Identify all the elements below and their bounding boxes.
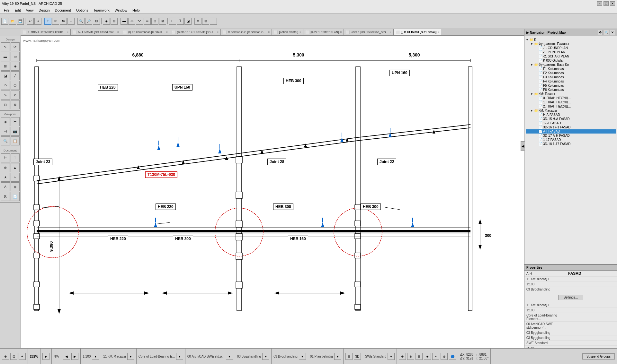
sb-snap-btn[interactable]: ⊕ xyxy=(2,353,9,360)
sb-prev-btn[interactable]: ◀ xyxy=(63,353,70,360)
menu-document[interactable]: Document xyxy=(52,8,74,13)
tab-close-5[interactable]: × xyxy=(268,30,270,34)
tree-item-f3[interactable]: 📄 F3 Kolumnbas xyxy=(526,75,616,79)
sb-tool4[interactable]: ◈ xyxy=(424,353,431,360)
object-tool[interactable]: ◈ xyxy=(11,62,20,71)
tree-folder-km-plany[interactable]: ▼ 📁 КМ: Планы xyxy=(526,92,616,96)
tree-folder-fundament-baza[interactable]: ▼ 📁 Фундамент: База Ко xyxy=(526,63,616,67)
sb-core-dropdown[interactable]: ▼ xyxy=(176,353,183,360)
tab-d01-detail[interactable]: ⬜ (I) D 01 Detail [D 01 Detail] × xyxy=(394,29,442,35)
tree-item-plan0[interactable]: 📄 0. ПЛАН НЕСУЩ... xyxy=(526,96,616,100)
doc-revision[interactable]: ℝ xyxy=(1,192,10,201)
doc-detail2[interactable]: ⊠ xyxy=(11,182,20,191)
menu-options[interactable]: Options xyxy=(74,8,91,13)
tab-close-8[interactable]: × xyxy=(390,30,391,34)
doc-dim[interactable]: ⊢ xyxy=(1,153,10,162)
menu-edit[interactable]: Edit xyxy=(12,8,23,13)
tb-3d[interactable]: ◈ xyxy=(103,18,110,25)
view-elevation[interactable]: ⊣ xyxy=(1,127,10,136)
arrow-tool[interactable]: ↖ xyxy=(1,42,10,51)
tab-fasad-ah[interactable]: ⬜ А-Н FASAD [NO Fasad mot... × xyxy=(71,29,121,35)
sb-2d-btn[interactable]: ⊟ xyxy=(345,353,353,360)
sb-next-btn[interactable]: ▶ xyxy=(71,353,78,360)
main-canvas[interactable]: www.nairisargsyan.com 6,880 5,300 5,300 … xyxy=(21,36,524,348)
tab-close-2[interactable]: × xyxy=(117,30,119,34)
doc-pdf[interactable]: 📄 xyxy=(11,192,20,201)
panel-collapse-arrow[interactable]: ◀ xyxy=(521,141,525,151)
tb-dim[interactable]: ⊢ xyxy=(169,18,176,25)
tab-f6-kolumnbas[interactable]: ⬜ (I) F6 Kolumnbas [K 004 K... × xyxy=(121,29,170,35)
sb-zoom-fit-btn[interactable]: ⊡ xyxy=(10,353,17,360)
tree-item-3d16[interactable]: 📄 3D-16 17-1 FASAD xyxy=(526,125,616,129)
tb-mirror[interactable]: ⇋ xyxy=(60,18,67,25)
hatch-tool[interactable]: ⊘ xyxy=(11,91,20,100)
nav-icon-close[interactable]: ✕ xyxy=(610,30,615,35)
settings-button[interactable]: Settings... xyxy=(558,295,583,300)
mesh-tool[interactable]: ⊞ xyxy=(1,62,10,71)
maximize-button[interactable]: □ xyxy=(604,1,609,6)
menu-design[interactable]: Design xyxy=(36,8,52,13)
tab-close-6[interactable]: × xyxy=(300,30,301,34)
tree-folder-km-fasady[interactable]: ▼ 📁 КМ: Фасады xyxy=(526,108,616,113)
tb-window[interactable]: ⊠ xyxy=(159,18,166,25)
menu-file[interactable]: File xyxy=(1,8,12,13)
tree-item-plan2[interactable]: 📄 2. ПЛАН НЕСУЩ... xyxy=(526,104,616,108)
wall-tool[interactable]: ▬ xyxy=(1,52,10,61)
poly-tool[interactable]: ⬡ xyxy=(11,81,20,90)
tree-item-117-fasad[interactable]: 📄 1-17 FASAD xyxy=(526,138,616,142)
tb-beam[interactable]: ═ xyxy=(144,18,151,25)
tb-new[interactable]: 📄 xyxy=(1,18,8,25)
close-button[interactable]: ✕ xyxy=(610,1,615,6)
sb-tool6[interactable]: ⊛ xyxy=(441,353,448,360)
nav-icon-settings[interactable]: ⚙ xyxy=(598,30,603,35)
tab-close-9[interactable]: × xyxy=(438,30,439,34)
sb-tool2[interactable]: ⊗ xyxy=(407,353,414,360)
tb-column[interactable]: ⌥ xyxy=(136,18,143,25)
tb-open[interactable]: 📂 xyxy=(9,18,16,25)
tb-layer[interactable]: ☰ xyxy=(210,18,217,25)
tree-item-k003[interactable]: 📄 K 003 Gjutplan xyxy=(526,58,616,63)
menu-teamwork[interactable]: Teamwork xyxy=(91,8,112,13)
tb-slab[interactable]: ▭ xyxy=(128,18,135,25)
menu-window[interactable]: Window xyxy=(112,8,130,13)
tab-entreplan[interactable]: ⬜ [K-27.1 ENTREPLAN] × xyxy=(303,29,344,35)
slab-tool[interactable]: ▭ xyxy=(11,52,20,61)
tb-undo[interactable]: ↩ xyxy=(27,18,34,25)
doc-symbol[interactable]: ★ xyxy=(1,173,10,182)
view-camera[interactable]: 📷 xyxy=(11,127,20,136)
tree-item-plan1[interactable]: 📄 1. ПЛАН НЕСУЩ... xyxy=(526,100,616,104)
zone-tool[interactable]: ⊟ xyxy=(1,100,10,109)
tree-item-ah-fasad-selected[interactable]: 📄 А-Н FASAD xyxy=(526,129,616,134)
tb-move[interactable]: ⊹ xyxy=(67,18,75,25)
sb-bygg2-dropdown[interactable]: ▼ xyxy=(299,353,306,360)
tree-item-f2[interactable]: 📄 F2 Kolumnbas xyxy=(526,71,616,75)
tab-close-7[interactable]: × xyxy=(340,30,342,34)
tb-rotate[interactable]: ⟳ xyxy=(52,18,59,25)
tb-floor[interactable]: ⊞ xyxy=(111,18,118,25)
tab-close-1[interactable]: × xyxy=(67,30,68,34)
tab-joint1[interactable]: ⬜ Joint 1 [3D / Selection_Stor... × xyxy=(344,29,393,35)
tab-close-3[interactable]: × xyxy=(166,30,167,34)
tree-item-f5[interactable]: 📄 F5 Kolumnbas xyxy=(526,83,616,88)
sb-zoom-in-btn[interactable]: + xyxy=(19,353,26,360)
nav-icon-search[interactable]: 🔍 xyxy=(604,30,609,35)
tree-item-plintplan[interactable]: 📄 -1. PLINTPLAN xyxy=(526,50,616,54)
tree-item-f4[interactable]: 📄 F4 Kolumnbas xyxy=(526,79,616,83)
sb-tool5[interactable]: ≡ xyxy=(432,353,439,360)
view-worksheet[interactable]: 📋 xyxy=(11,136,20,145)
tb-fill[interactable]: ◪ xyxy=(184,18,192,25)
doc-marker[interactable]: ▲ xyxy=(11,163,20,172)
tb-zoom-fit[interactable]: ⊡ xyxy=(93,18,100,25)
sb-tool7[interactable]: 🔵 xyxy=(449,353,456,360)
curtain-tool[interactable]: ⊠ xyxy=(11,100,20,109)
tb-zoom-in[interactable]: 🔍 xyxy=(77,18,85,25)
tree-root-k[interactable]: ▼ 📁 K- xyxy=(526,38,616,42)
tb-select[interactable]: ✛ xyxy=(44,18,51,25)
doc-break[interactable]: ≈ xyxy=(11,173,20,182)
line-tool[interactable]: ╱ xyxy=(11,71,20,80)
doc-label[interactable]: ⊕ xyxy=(1,163,10,172)
view-detail[interactable]: 🔍 xyxy=(1,136,10,145)
doc-text[interactable]: T xyxy=(11,153,20,162)
tree-item-ha-fasad[interactable]: 📄 Н-А FASAD xyxy=(526,113,616,117)
tb-snap[interactable]: ⊕ xyxy=(194,18,201,25)
